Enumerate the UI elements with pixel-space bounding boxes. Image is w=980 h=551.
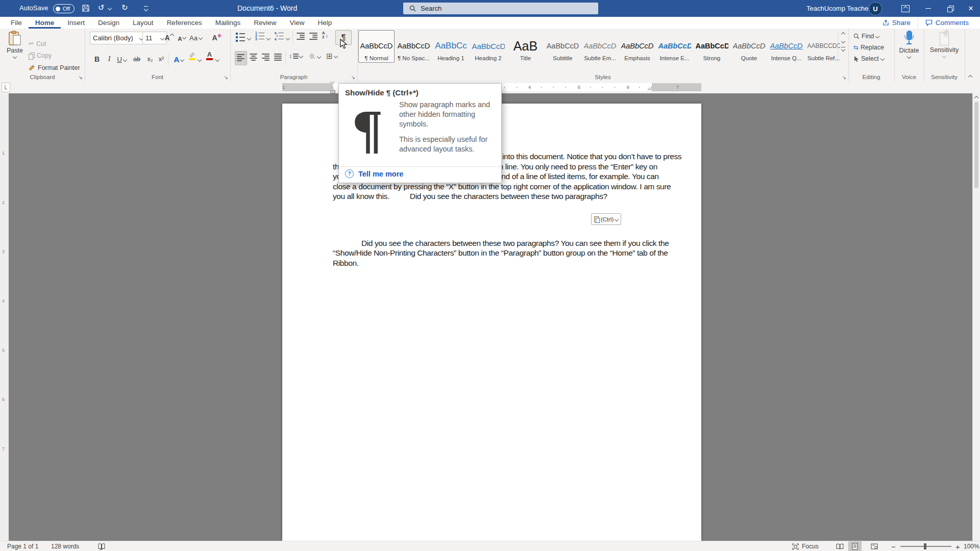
style-strong[interactable]: AaBbCcDc Strong	[694, 30, 730, 63]
borders-button[interactable]: ⊞	[326, 52, 337, 61]
shrink-font-button[interactable]: A	[177, 33, 187, 45]
numbering-dropdown-icon[interactable]	[266, 36, 271, 40]
clipboard-dialog-launcher-icon[interactable]: ↘	[79, 74, 83, 80]
scrollbar-thumb[interactable]	[974, 102, 978, 188]
tell-me-more-link[interactable]: Tell me more	[358, 170, 403, 178]
zoom-in-button[interactable]: +	[955, 541, 960, 551]
numbering-button[interactable]: 123	[255, 32, 264, 40]
right-indent-marker[interactable]	[647, 87, 652, 90]
account-name[interactable]: TeachUcomp Teacher	[806, 5, 871, 12]
zoom-slider-thumb[interactable]	[924, 543, 926, 549]
change-case-button[interactable]: Aa	[189, 32, 202, 44]
restore-icon[interactable]	[939, 0, 962, 17]
paragraph-dialog-launcher-icon[interactable]: ↘	[351, 74, 355, 80]
highlight-dropdown-icon[interactable]	[198, 58, 202, 62]
superscript-button[interactable]: x²	[156, 53, 166, 65]
style-subtle-reference[interactable]: AABBCCDD Subtle Ref...	[805, 30, 842, 63]
style-intense-emphasis[interactable]: AaBbCcDc Intense E...	[656, 30, 693, 63]
zoom-level[interactable]: 100%	[964, 541, 979, 551]
tab-insert[interactable]: Insert	[61, 17, 91, 29]
read-mode-button[interactable]	[833, 541, 846, 551]
copy-button[interactable]: Copy	[29, 52, 52, 59]
subscript-button[interactable]: x₂	[145, 53, 155, 65]
multilevel-dropdown-icon[interactable]	[286, 36, 290, 40]
clear-formatting-button[interactable]: A	[211, 32, 222, 44]
tab-file[interactable]: File	[4, 17, 29, 29]
tab-mailings[interactable]: Mailings	[209, 17, 248, 29]
style-heading1[interactable]: AaBbCc Heading 1	[433, 30, 469, 63]
tab-layout[interactable]: Layout	[126, 17, 160, 29]
align-right-button[interactable]	[262, 54, 270, 61]
style-title[interactable]: AaB Title	[507, 30, 544, 63]
zoom-slider[interactable]	[900, 541, 951, 551]
search-input[interactable]: Search	[403, 3, 598, 14]
shading-button[interactable]	[308, 53, 321, 60]
styles-dialog-launcher-icon[interactable]: ↘	[842, 74, 846, 80]
align-center-button[interactable]	[250, 54, 257, 61]
style-no-spacing[interactable]: AaBbCcDc ¶ No Spac...	[396, 30, 432, 63]
minimize-icon[interactable]	[917, 0, 939, 17]
sort-button[interactable]: A Z ↓	[322, 31, 328, 39]
align-left-button[interactable]	[235, 51, 247, 65]
style-normal[interactable]: AaBbCcDc ¶ Normal	[358, 30, 395, 63]
zoom-out-button[interactable]: −	[891, 541, 896, 551]
vertical-scrollbar[interactable]	[972, 93, 980, 541]
dictate-dropdown-icon[interactable]	[907, 55, 911, 59]
focus-mode-button[interactable]: Focus	[792, 541, 819, 551]
font-dialog-launcher-icon[interactable]: ↘	[224, 74, 228, 80]
collapse-ribbon-icon[interactable]	[968, 75, 972, 79]
undo-dropdown-icon[interactable]	[108, 6, 112, 10]
sensitivity-button[interactable]: Sensitivity	[932, 31, 957, 58]
paste-options-button[interactable]: (Ctrl)	[591, 213, 621, 225]
increase-indent-button[interactable]	[309, 33, 317, 40]
style-subtle-emphasis[interactable]: AaBbCcDc Subtle Em...	[582, 30, 618, 63]
scroll-up-icon[interactable]	[974, 96, 978, 100]
strikethrough-button[interactable]: ab	[132, 53, 142, 65]
redo-button[interactable]: ↻	[121, 3, 128, 12]
line-spacing-button[interactable]: ↕	[289, 53, 303, 60]
styles-gallery-expand-icon[interactable]	[841, 47, 845, 51]
comments-button[interactable]: Comments	[918, 17, 976, 29]
paste-dropdown-icon[interactable]	[13, 55, 17, 59]
tab-selector[interactable]: L	[2, 83, 10, 92]
bullets-button[interactable]	[236, 33, 245, 42]
bold-button[interactable]: B	[92, 53, 102, 65]
style-heading2[interactable]: AaBbCcD Heading 2	[470, 30, 506, 63]
paste-button[interactable]: Paste	[4, 31, 26, 58]
vertical-ruler[interactable]: 1 2 3 4 5 6 7	[0, 93, 9, 541]
italic-button[interactable]: I	[104, 53, 114, 65]
tab-design[interactable]: Design	[91, 17, 126, 29]
proofing-status-icon[interactable]	[98, 541, 105, 551]
close-icon[interactable]: ✕	[962, 0, 980, 17]
tab-view[interactable]: View	[283, 17, 311, 29]
customize-quick-access-icon[interactable]	[139, 0, 153, 17]
find-button[interactable]: Find	[853, 33, 879, 40]
style-emphasis[interactable]: AaBbCcDc Emphasis	[619, 30, 655, 63]
style-intense-quote[interactable]: AaBbCcDc Intense Q...	[768, 30, 804, 63]
styles-scroll-up-icon[interactable]	[841, 32, 845, 36]
justify-button[interactable]	[274, 54, 282, 61]
font-name-combo[interactable]: Calibri (Body)	[90, 32, 146, 44]
multilevel-list-button[interactable]: aia	[275, 32, 284, 40]
ribbon-display-options-icon[interactable]	[894, 0, 917, 17]
save-icon[interactable]	[82, 4, 90, 12]
page-indicator[interactable]: Page 1 of 1	[7, 541, 38, 551]
decrease-indent-button[interactable]	[297, 33, 305, 40]
tab-references[interactable]: References	[160, 17, 209, 29]
font-color-dropdown-icon[interactable]	[215, 58, 219, 62]
replace-button[interactable]: ⇆ Replace	[853, 44, 884, 51]
font-size-combo[interactable]: 11	[142, 32, 167, 44]
autosave-toggle[interactable]: Off	[53, 4, 75, 13]
avatar[interactable]: U	[869, 2, 882, 15]
style-subtitle[interactable]: AaBbCcD Subtitle	[545, 30, 581, 63]
font-color-button[interactable]: A	[206, 51, 213, 60]
word-count[interactable]: 128 words	[51, 541, 79, 551]
print-layout-button[interactable]	[848, 541, 862, 551]
tab-help[interactable]: Help	[311, 17, 339, 29]
web-layout-button[interactable]	[868, 541, 881, 551]
highlight-button[interactable]	[188, 52, 195, 60]
select-button[interactable]: Select	[853, 55, 884, 62]
bullets-dropdown-icon[interactable]	[247, 36, 251, 40]
tab-home[interactable]: Home	[29, 17, 61, 29]
tab-review[interactable]: Review	[247, 17, 283, 29]
